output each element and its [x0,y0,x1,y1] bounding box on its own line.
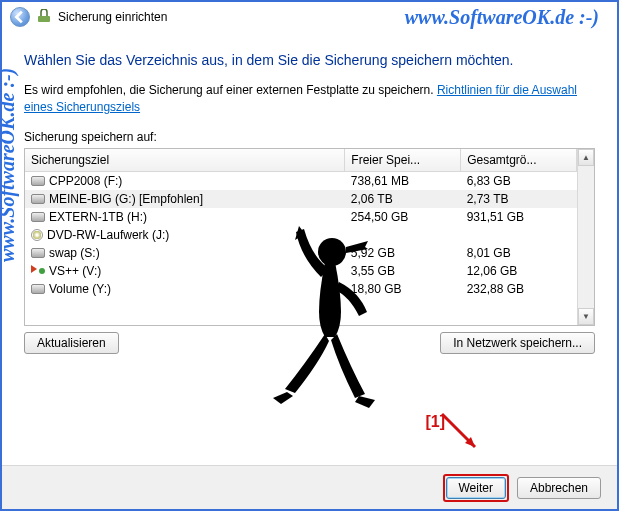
total-size: 232,88 GB [461,280,577,298]
vs-drive-icon [31,265,45,277]
backup-target-table: Sicherungsziel Freier Spei... Gesamtgrö.… [24,148,595,326]
total-size [461,226,577,244]
hard-drive-icon [31,248,45,258]
total-size: 6,83 GB [461,171,577,190]
window-title: Sicherung einrichten [58,10,167,24]
watermark-top: www.SoftwareOK.de :-) [405,6,599,29]
drive-name: VS++ (V:) [49,264,101,278]
free-space: 738,61 MB [345,171,461,190]
save-network-button[interactable]: In Netzwerk speichern... [440,332,595,354]
hard-drive-icon [31,194,45,204]
next-button[interactable]: Weiter [446,477,506,499]
table-row[interactable]: DVD-RW-Laufwerk (J:) [25,226,577,244]
drive-name: MEINE-BIG (G:) [Empfohlen] [49,192,203,206]
table-row[interactable]: MEINE-BIG (G:) [Empfohlen]2,06 TB2,73 TB [25,190,577,208]
total-size: 2,73 TB [461,190,577,208]
watermark-left: www.SoftwareOK.de :-) [0,68,19,262]
free-space: 18,80 GB [345,280,461,298]
refresh-button[interactable]: Aktualisieren [24,332,119,354]
total-size: 931,51 GB [461,208,577,226]
dvd-drive-icon [31,229,43,241]
free-space: 5,92 GB [345,244,461,262]
drive-name: Volume (Y:) [49,282,111,296]
hard-drive-icon [31,212,45,222]
annotation-arrow-icon [437,409,487,459]
col-total[interactable]: Gesamtgrö... [461,149,577,172]
table-row[interactable]: CPP2008 (F:)738,61 MB6,83 GB [25,171,577,190]
back-button[interactable] [10,7,30,27]
total-size: 8,01 GB [461,244,577,262]
svg-rect-0 [38,16,50,22]
table-row[interactable]: Volume (Y:)18,80 GB232,88 GB [25,280,577,298]
col-free[interactable]: Freier Spei... [345,149,461,172]
list-label: Sicherung speichern auf: [24,130,595,144]
page-heading: Wählen Sie das Verzeichnis aus, in dem S… [24,52,595,68]
footer: Weiter Abbrechen [2,465,617,509]
drive-name: DVD-RW-Laufwerk (J:) [47,228,169,242]
free-space: 3,55 GB [345,262,461,280]
hard-drive-icon [31,284,45,294]
scroll-up-icon[interactable]: ▲ [578,149,594,166]
scrollbar[interactable]: ▲ ▼ [577,149,594,325]
free-space: 2,06 TB [345,190,461,208]
drive-name: EXTERN-1TB (H:) [49,210,147,224]
table-buttons-row: Aktualisieren In Netzwerk speichern... [24,332,595,354]
hard-drive-icon [31,176,45,186]
description-text: Es wird empfohlen, die Sicherung auf ein… [24,83,437,97]
backup-icon [36,9,52,25]
table-header-row: Sicherungsziel Freier Spei... Gesamtgrö.… [25,149,577,172]
scroll-track[interactable] [578,166,594,308]
table-row[interactable]: swap (S:)5,92 GB8,01 GB [25,244,577,262]
total-size: 12,06 GB [461,262,577,280]
drive-name: swap (S:) [49,246,100,260]
description: Es wird empfohlen, die Sicherung auf ein… [24,82,595,116]
drive-name: CPP2008 (F:) [49,174,122,188]
free-space [345,226,461,244]
next-highlight: Weiter [443,474,509,502]
table-row[interactable]: EXTERN-1TB (H:)254,50 GB931,51 GB [25,208,577,226]
col-target[interactable]: Sicherungsziel [25,149,345,172]
table-row[interactable]: VS++ (V:)3,55 GB12,06 GB [25,262,577,280]
cancel-button[interactable]: Abbrechen [517,477,601,499]
scroll-down-icon[interactable]: ▼ [578,308,594,325]
content-area: Wählen Sie das Verzeichnis aus, in dem S… [2,32,617,354]
free-space: 254,50 GB [345,208,461,226]
